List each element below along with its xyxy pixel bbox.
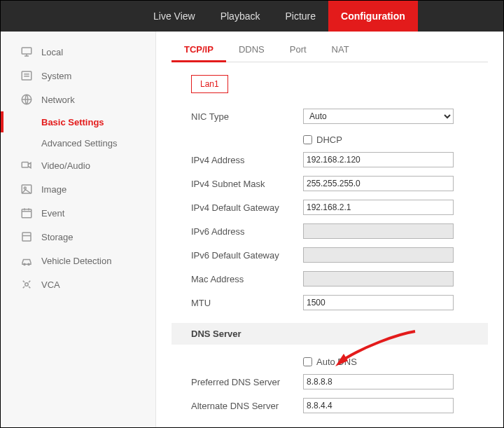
sidebar-item-storage[interactable]: Storage (1, 225, 155, 249)
row-mtu: MTU (191, 292, 488, 313)
tab-port[interactable]: Port (277, 39, 319, 62)
ipv4-mask-label: IPv4 Subnet Mask (191, 179, 303, 189)
row-mac-address: Mac Address (191, 268, 488, 289)
mac-address-input[interactable] (303, 271, 454, 287)
image-icon (20, 183, 33, 195)
sidebar-item-vca[interactable]: VCA (1, 272, 155, 296)
tabs: TCP/IP DDNS Port NAT (172, 39, 488, 62)
subtab-wrap: Lan1 (172, 75, 488, 93)
topbar-picture[interactable]: Picture (272, 1, 328, 32)
storage-icon (20, 230, 33, 243)
calendar-icon (20, 207, 33, 219)
ipv6-address-input[interactable] (303, 223, 454, 239)
sidebar-item-video-audio[interactable]: Video/Audio (1, 153, 155, 177)
vehicle-icon (20, 254, 33, 267)
video-audio-icon (20, 159, 33, 172)
tab-ddns[interactable]: DDNS (226, 39, 277, 62)
svg-point-10 (25, 283, 29, 287)
ipv4-address-input[interactable] (303, 152, 454, 167)
svg-rect-6 (22, 209, 31, 218)
ipv6-gateway-input[interactable] (303, 247, 454, 263)
sidebar-item-image[interactable]: Image (1, 177, 155, 201)
auto-dns-checkbox[interactable] (303, 357, 312, 366)
row-ipv6-gateway: IPv6 Default Gateway (191, 244, 488, 265)
dhcp-checkbox[interactable] (303, 135, 312, 144)
row-auto-dns: Auto DNS (191, 352, 488, 371)
ipv6-address-label: IPv6 Address (191, 226, 303, 237)
main: Local System Network Basic Settings Adva… (1, 32, 503, 427)
nic-type-select[interactable]: Auto (303, 109, 454, 124)
sidebar-item-label: Video/Audio (41, 160, 90, 171)
row-preferred-dns: Preferred DNS Server (191, 371, 488, 392)
ipv4-gateway-input[interactable] (303, 200, 454, 215)
svg-rect-7 (22, 233, 31, 241)
topbar: Live View Playback Picture Configuration (1, 1, 503, 32)
sidebar-item-event[interactable]: Event (1, 201, 155, 225)
sidebar-item-network[interactable]: Network (1, 88, 155, 111)
sidebar-item-local[interactable]: Local (1, 40, 155, 64)
row-ipv4-gateway: IPv4 Default Gateway (191, 197, 488, 218)
tab-nat[interactable]: NAT (319, 39, 362, 62)
topbar-configuration[interactable]: Configuration (328, 1, 418, 32)
sidebar-item-label: VCA (41, 279, 60, 290)
auto-dns-label: Auto DNS (316, 357, 357, 367)
mac-address-label: Mac Address (191, 274, 303, 284)
svg-rect-3 (22, 163, 28, 168)
row-ipv4-address: IPv4 Address (191, 149, 488, 170)
sidebar: Local System Network Basic Settings Adva… (1, 32, 156, 427)
alternate-dns-label: Alternate DNS Server (191, 401, 303, 411)
dhcp-label: DHCP (316, 134, 342, 145)
ipv4-gateway-label: IPv4 Default Gateway (191, 202, 303, 213)
row-ipv4-mask: IPv4 Subnet Mask (191, 173, 488, 194)
dns-server-section: DNS Server (172, 323, 488, 345)
svg-point-5 (24, 187, 26, 189)
topbar-live-view[interactable]: Live View (141, 1, 208, 32)
sidebar-item-label: Event (41, 208, 64, 219)
alternate-dns-input[interactable] (303, 398, 454, 413)
sidebar-item-system[interactable]: System (1, 64, 155, 88)
sidebar-item-label: System (41, 71, 71, 81)
monitor-icon (20, 46, 33, 58)
subtab-lan1[interactable]: Lan1 (191, 75, 228, 93)
app-window: Live View Playback Picture Configuration… (0, 0, 504, 428)
sidebar-item-label: Vehicle Detection (41, 256, 111, 266)
sidebar-item-label: Network (41, 95, 75, 105)
globe-icon (20, 93, 33, 106)
nic-type-label: NIC Type (191, 111, 303, 122)
ipv6-gateway-label: IPv6 Default Gateway (191, 250, 303, 261)
settings-list-icon (20, 69, 33, 82)
row-ipv6-address: IPv6 Address (191, 221, 488, 242)
preferred-dns-label: Preferred DNS Server (191, 377, 303, 387)
mtu-label: MTU (191, 298, 303, 308)
row-alternate-dns: Alternate DNS Server (191, 395, 488, 416)
svg-rect-0 (22, 48, 31, 54)
topbar-playback[interactable]: Playback (208, 1, 273, 32)
ipv4-mask-input[interactable] (303, 176, 454, 191)
row-dhcp: DHCP (191, 130, 488, 149)
ipv4-address-label: IPv4 Address (191, 155, 303, 165)
mtu-input[interactable] (303, 295, 454, 310)
sidebar-sub-basic-settings[interactable]: Basic Settings (1, 111, 155, 132)
preferred-dns-input[interactable] (303, 374, 454, 389)
sidebar-item-label: Storage (41, 232, 74, 242)
sidebar-item-label: Image (41, 184, 66, 195)
tab-tcpip[interactable]: TCP/IP (172, 39, 226, 62)
vca-icon (20, 278, 33, 291)
sidebar-sub-advanced-settings[interactable]: Advanced Settings (1, 132, 155, 153)
sidebar-item-vehicle-detection[interactable]: Vehicle Detection (1, 249, 155, 272)
form: NIC Type Auto DHCP IPv4 Address (172, 106, 488, 427)
row-nic-type: NIC Type Auto (191, 106, 488, 127)
content: TCP/IP DDNS Port NAT Lan1 NIC Type Auto (156, 32, 503, 427)
sidebar-item-label: Local (41, 47, 63, 57)
